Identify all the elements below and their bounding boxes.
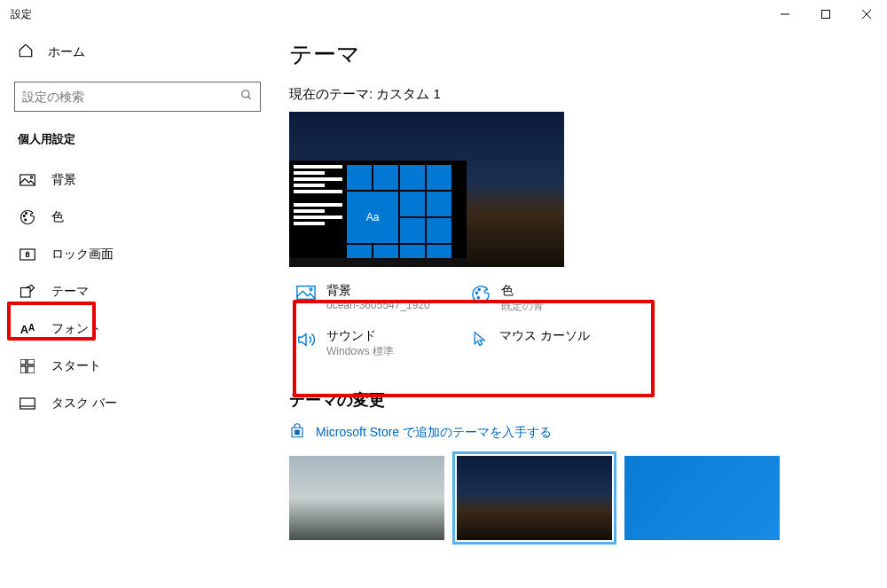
search-icon	[240, 89, 253, 105]
sidebar-item-background[interactable]: 背景	[14, 161, 261, 199]
svg-rect-16	[20, 366, 26, 373]
content-area: テーマ 現在のテーマ: カスタム 1 Aa	[275, 28, 887, 588]
setting-title: 色	[501, 283, 544, 299]
svg-point-23	[478, 288, 480, 290]
current-theme-label: 現在のテーマ: カスタム 1	[289, 86, 887, 103]
svg-point-9	[26, 213, 27, 215]
setting-sub: Windows 標準	[326, 344, 394, 359]
store-icon	[289, 423, 305, 442]
store-link[interactable]: Microsoft Store で追加のテーマを入手する	[289, 423, 887, 442]
sidebar-item-label: タスク バー	[51, 396, 117, 412]
setting-title: サウンド	[326, 328, 394, 344]
lock-screen-icon	[20, 248, 35, 261]
svg-rect-28	[297, 433, 299, 435]
svg-rect-15	[27, 359, 35, 365]
palette-icon	[20, 209, 35, 225]
search-box[interactable]	[14, 82, 261, 112]
home-link[interactable]: ホーム	[14, 34, 261, 71]
image-icon	[20, 174, 35, 186]
setting-sub: 既定の青	[501, 299, 544, 314]
font-icon: AA	[20, 323, 35, 336]
window-title: 設定	[11, 7, 32, 22]
sidebar-item-label: ロック画面	[51, 247, 114, 263]
svg-rect-18	[20, 398, 35, 409]
sound-icon	[296, 330, 316, 353]
setting-cursor[interactable]: マウス カーソル	[471, 328, 637, 359]
svg-point-22	[475, 292, 477, 294]
setting-sound[interactable]: サウンドWindows 標準	[296, 328, 462, 359]
sidebar-item-colors[interactable]: 色	[14, 199, 261, 236]
svg-rect-13	[21, 288, 31, 298]
svg-line-5	[248, 97, 251, 99]
start-icon	[20, 359, 35, 373]
page-title: テーマ	[289, 39, 887, 70]
theme-thumb-2[interactable]	[457, 456, 612, 540]
svg-rect-20	[297, 286, 315, 300]
svg-rect-6	[20, 175, 35, 185]
setting-sub: ocean-3605547_1920	[326, 299, 430, 311]
svg-point-10	[25, 219, 27, 221]
close-button[interactable]	[846, 0, 887, 28]
image-icon	[296, 285, 316, 304]
svg-point-4	[242, 90, 249, 98]
sidebar-item-label: 色	[51, 209, 64, 225]
setting-background[interactable]: 背景ocean-3605547_1920	[296, 283, 462, 314]
setting-title: マウス カーソル	[499, 328, 590, 344]
svg-rect-17	[27, 366, 35, 373]
taskbar-icon	[20, 397, 35, 410]
minimize-button[interactable]	[765, 0, 805, 28]
sidebar-item-label: 背景	[51, 172, 76, 188]
sidebar-item-label: フォント	[51, 321, 101, 337]
svg-point-24	[477, 297, 479, 299]
setting-title: 背景	[326, 283, 430, 299]
sidebar-item-fonts[interactable]: AA フォント	[14, 310, 261, 348]
svg-rect-25	[295, 430, 297, 432]
sidebar-item-label: スタート	[51, 358, 101, 374]
sidebar: ホーム 個人用設定 背景 色 ロック画面 テーマ	[0, 28, 275, 588]
section-title: 個人用設定	[14, 131, 261, 147]
home-label: ホーム	[48, 44, 85, 60]
svg-rect-26	[297, 430, 299, 432]
theme-icon	[20, 284, 35, 300]
theme-thumb-3[interactable]	[624, 456, 780, 540]
nav-list: 背景 色 ロック画面 テーマ AA フォント スタート	[14, 161, 261, 422]
theme-settings-grid: 背景ocean-3605547_1920 色既定の青 サウンドWindows 標…	[289, 276, 644, 366]
maximize-button[interactable]	[805, 0, 846, 28]
svg-point-7	[30, 176, 32, 178]
svg-rect-12	[27, 254, 29, 256]
theme-thumb-1[interactable]	[289, 456, 444, 540]
sidebar-item-start[interactable]: スタート	[14, 348, 261, 385]
sidebar-item-lockscreen[interactable]: ロック画面	[14, 236, 261, 273]
svg-point-21	[310, 288, 312, 291]
theme-thumbnails	[289, 456, 887, 540]
change-theme-heading: テーマの変更	[289, 389, 887, 411]
title-bar: 設定	[0, 0, 887, 28]
store-link-text: Microsoft Store で追加のテーマを入手する	[316, 425, 552, 441]
search-input[interactable]	[22, 90, 240, 104]
svg-rect-1	[822, 11, 830, 19]
sidebar-item-themes[interactable]: テーマ	[14, 273, 261, 310]
svg-point-8	[23, 216, 25, 217]
svg-rect-14	[20, 359, 26, 365]
window-controls	[765, 0, 887, 28]
sidebar-item-label: テーマ	[51, 284, 89, 300]
theme-preview: Aa	[289, 112, 564, 267]
svg-rect-11	[20, 249, 35, 260]
preview-accent-tile: Aa	[347, 192, 398, 243]
sidebar-item-taskbar[interactable]: タスク バー	[14, 385, 261, 422]
svg-rect-27	[295, 433, 297, 435]
cursor-icon	[471, 330, 489, 351]
setting-color[interactable]: 色既定の青	[471, 283, 637, 314]
palette-icon	[471, 285, 491, 308]
home-icon	[18, 43, 34, 62]
